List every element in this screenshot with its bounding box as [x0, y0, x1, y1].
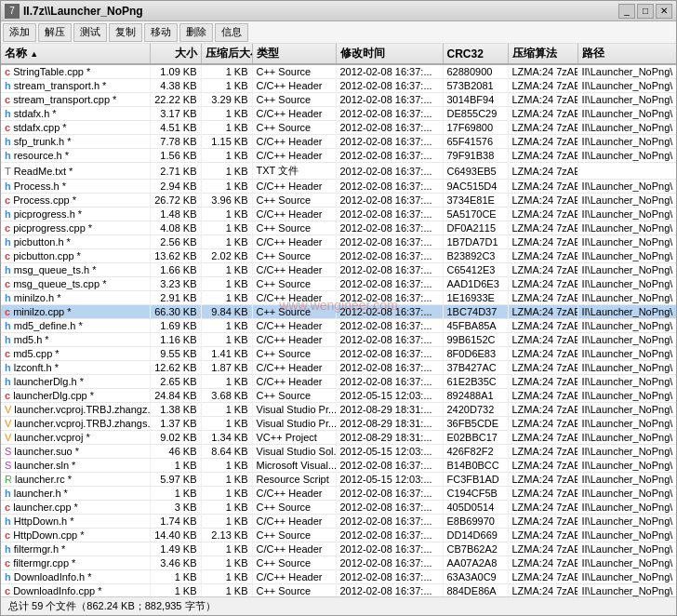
file-type-icon: h — [5, 236, 11, 248]
file-method: LZMA:24 7zAES:19 — [508, 291, 577, 305]
table-row[interactable]: Slauncher.sln * 1 KB 1 KB Microsoft Visu… — [1, 459, 676, 473]
file-path: II\Launcher_NoPng\ — [577, 135, 676, 149]
file-packed: 1 KB — [201, 459, 252, 473]
file-size: 1 KB — [150, 584, 201, 597]
file-modified: 2012-02-08 16:37:... — [336, 584, 443, 597]
table-row[interactable]: hProcess.h * 2.94 KB 1 KB C/C++ Header 2… — [1, 180, 676, 194]
file-path: II\Launcher_NoPng\ — [577, 515, 676, 529]
header-packed[interactable]: 压缩后大小 — [201, 44, 252, 64]
copy-button[interactable]: 复制 — [109, 23, 142, 42]
file-type: Visual Studio Pr... — [252, 417, 336, 431]
close-button[interactable]: ✕ — [656, 4, 672, 19]
file-method: LZMA:24 7zAES:19 — [508, 459, 577, 473]
table-row[interactable]: hmd5_define.h * 1.69 KB 1 KB C/C++ Heade… — [1, 319, 676, 333]
file-packed: 1.15 KB — [201, 135, 252, 149]
header-type[interactable]: 类型 — [252, 44, 336, 64]
table-row[interactable]: cProcess.cpp * 26.72 KB 3.96 KB C++ Sour… — [1, 194, 676, 208]
file-type-icon: h — [5, 376, 11, 387]
file-type: C++ Source — [252, 249, 336, 263]
minimize-button[interactable]: _ — [618, 4, 635, 19]
file-table-container[interactable]: 名称 ▲ 大小 压缩后大小 类型 修改时间 CRC32 压缩算法 路径 cStr… — [1, 44, 676, 596]
delete-button[interactable]: 删除 — [179, 23, 213, 42]
file-name: Vlauncher.vcproj.TRBJ.zhangs... — [1, 417, 150, 431]
file-type: C/C++ Header — [252, 135, 336, 149]
table-row[interactable]: cHttpDown.cpp * 14.40 KB 2.13 KB C++ Sou… — [1, 529, 676, 542]
file-packed: 1 KB — [201, 473, 252, 487]
file-method: LZMA:24 7zAES:19 — [508, 64, 577, 79]
table-row[interactable]: hresource.h * 1.56 KB 1 KB C/C++ Header … — [1, 149, 676, 163]
header-method[interactable]: 压缩算法 — [508, 44, 577, 64]
file-type-icon: T — [5, 166, 11, 177]
file-name: hresource.h * — [1, 149, 150, 163]
header-name[interactable]: 名称 ▲ — [1, 44, 150, 64]
move-button[interactable]: 移动 — [144, 23, 178, 42]
file-path: II\Launcher_NoPng\ — [577, 542, 676, 556]
file-path: II\Launcher_NoPng\ — [577, 389, 676, 403]
table-row[interactable]: hDownloadInfo.h * 1 KB 1 KB C/C++ Header… — [1, 570, 676, 584]
file-method: LZMA:24 7zAES:19 — [508, 445, 577, 459]
file-crc: AAD1D6E3 — [443, 277, 508, 291]
header-modified[interactable]: 修改时间 — [336, 44, 443, 64]
table-row[interactable]: cmd5.cpp * 9.55 KB 1.41 KB C++ Source 20… — [1, 347, 676, 361]
table-row[interactable]: Vlauncher.vcproj.TRBJ.zhangs... 1.37 KB … — [1, 417, 676, 431]
table-row[interactable]: hstdafx.h * 3.17 KB 1 KB C/C++ Header 20… — [1, 107, 676, 121]
add-button[interactable]: 添加 — [3, 23, 36, 42]
file-size: 1.38 KB — [150, 403, 201, 417]
table-row[interactable]: clauncherDlg.cpp * 24.84 KB 3.68 KB C++ … — [1, 389, 676, 403]
table-row[interactable]: cStringTable.cpp * 1.09 KB 1 KB C++ Sour… — [1, 64, 676, 79]
test-button[interactable]: 测试 — [73, 23, 107, 42]
table-row[interactable]: hlauncherDlg.h * 2.65 KB 1 KB C/C++ Head… — [1, 375, 676, 389]
table-row[interactable]: cmsg_queue_ts.cpp * 3.23 KB 1 KB C++ Sou… — [1, 277, 676, 291]
table-row[interactable]: Slauncher.suo * 46 KB 8.64 KB Visual Stu… — [1, 445, 676, 459]
table-row[interactable]: cpicprogress.cpp * 4.08 KB 1 KB C++ Sour… — [1, 221, 676, 235]
file-type-icon: c — [5, 390, 10, 401]
file-method: LZMA:24 7zAES:19 — [508, 389, 577, 403]
file-packed: 1 KB — [201, 107, 252, 121]
info-button[interactable]: 信息 — [215, 23, 248, 42]
file-method: LZMA:24 7zAES:19 — [508, 305, 577, 319]
file-type-icon: c — [5, 278, 10, 289]
file-name: cmsg_queue_ts.cpp * — [1, 277, 150, 291]
table-row[interactable]: hminilzo.h * 2.91 KB 1 KB C/C++ Header 2… — [1, 291, 676, 305]
file-modified: 2012-02-08 16:37:... — [336, 235, 443, 249]
file-packed: 2.02 KB — [201, 249, 252, 263]
file-path: II\Launcher_NoPng\ — [577, 64, 676, 79]
table-row[interactable]: hpicbutton.h * 2.56 KB 1 KB C/C++ Header… — [1, 235, 676, 249]
file-method: LZMA:24 7zAES:19 — [508, 556, 577, 570]
table-row[interactable]: Rlauncher.rc * 5.97 KB 1 KB Resource Scr… — [1, 473, 676, 487]
file-size: 5.97 KB — [150, 473, 201, 487]
header-crc[interactable]: CRC32 — [443, 44, 508, 64]
table-row[interactable]: hstream_transport.h * 4.38 KB 1 KB C/C++… — [1, 79, 676, 93]
table-row[interactable]: cDownloadInfo.cpp * 1 KB 1 KB C++ Source… — [1, 584, 676, 597]
table-row[interactable]: hfiltermgr.h * 1.49 KB 1 KB C/C++ Header… — [1, 542, 676, 556]
file-crc: 61E2B35C — [443, 375, 508, 389]
table-row[interactable]: cfiltermgr.cpp * 3.46 KB 1 KB C++ Source… — [1, 556, 676, 570]
table-row[interactable]: hpicprogress.h * 1.48 KB 1 KB C/C++ Head… — [1, 208, 676, 221]
file-name: cProcess.cpp * — [1, 194, 150, 208]
file-size: 3.23 KB — [150, 277, 201, 291]
table-row[interactable]: hlauncher.h * 1 KB 1 KB C/C++ Header 201… — [1, 487, 676, 501]
table-row[interactable]: hHttpDown.h * 1.74 KB 1 KB C/C++ Header … — [1, 515, 676, 529]
table-row[interactable]: hlzconft.h * 12.62 KB 1.87 KB C/C++ Head… — [1, 361, 676, 375]
header-size[interactable]: 大小 — [150, 44, 201, 64]
header-path[interactable]: 路径 — [577, 44, 676, 64]
table-row[interactable]: cpicbutton.cpp * 13.62 KB 2.02 KB C++ So… — [1, 249, 676, 263]
table-row[interactable]: hmsg_queue_ts.h * 1.66 KB 1 KB C/C++ Hea… — [1, 263, 676, 277]
table-row[interactable]: hsfp_trunk.h * 7.78 KB 1.15 KB C/C++ Hea… — [1, 135, 676, 149]
table-row[interactable]: TReadMe.txt * 2.71 KB 1 KB TXT 文件 2012-0… — [1, 163, 676, 180]
status-text: 总计 59 个文件（862.24 KB；882,935 字节） — [8, 599, 216, 613]
table-row[interactable]: clauncher.cpp * 3 KB 1 KB C++ Source 201… — [1, 501, 676, 515]
table-row[interactable]: cstream_transport.cpp * 22.22 KB 3.29 KB… — [1, 93, 676, 107]
file-name: hlzconft.h * — [1, 361, 150, 375]
table-row[interactable]: Vlauncher.vcproj * 9.02 KB 1.34 KB VC++ … — [1, 431, 676, 445]
table-row[interactable]: Vlauncher.vcproj.TRBJ.zhangz... 1.38 KB … — [1, 403, 676, 417]
file-method: LZMA:24 7zAES:19 — [508, 79, 577, 93]
file-packed: 1 KB — [201, 277, 252, 291]
file-type: C/C++ Header — [252, 149, 336, 163]
maximize-button[interactable]: □ — [637, 4, 654, 19]
table-row[interactable]: cstdafx.cpp * 4.51 KB 1 KB C++ Source 20… — [1, 121, 676, 135]
table-row[interactable]: hmd5.h * 1.16 KB 1 KB C/C++ Header 2012-… — [1, 333, 676, 347]
file-path: II\Launcher_NoPng\ — [577, 417, 676, 431]
table-row[interactable]: cminilzo.cpp * 66.30 KB 9.84 KB C++ Sour… — [1, 305, 676, 319]
extract-button[interactable]: 解压 — [38, 23, 72, 42]
